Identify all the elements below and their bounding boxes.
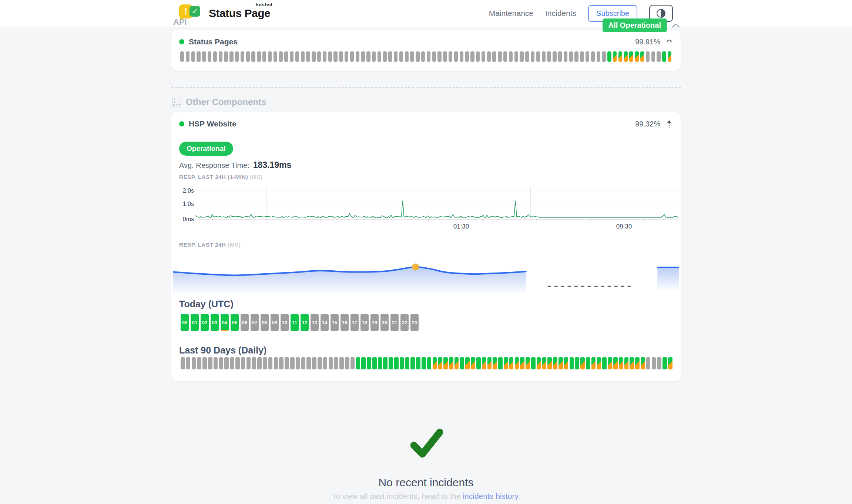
day-tick xyxy=(296,357,300,369)
status-summary: All Operational xyxy=(603,18,680,32)
y-axis-label: 1.0s xyxy=(179,201,194,207)
uptime-tick xyxy=(437,51,441,62)
day-tick xyxy=(460,357,464,369)
uptime-percent: 99.91% xyxy=(635,38,660,46)
uptime-tick xyxy=(432,51,436,62)
day-tick xyxy=(564,357,568,369)
uptime-tick xyxy=(602,51,606,62)
uptime-tick xyxy=(372,51,376,62)
day-tick xyxy=(547,357,552,369)
today-utc-title: Today (UTC) xyxy=(179,299,234,309)
hour-cell: 07 xyxy=(251,314,259,331)
uptime-tick xyxy=(470,51,474,62)
nav-incidents[interactable]: Incidents xyxy=(545,9,576,18)
status-page: ! ✓ Status Page hosted Maintenance Incid… xyxy=(0,0,852,504)
day-tick xyxy=(433,357,437,369)
chevron-up-icon[interactable] xyxy=(671,23,680,28)
day-tick xyxy=(602,357,607,369)
day-tick xyxy=(350,357,355,369)
day-tick xyxy=(378,357,382,369)
uptime-tick xyxy=(586,51,589,62)
day-tick xyxy=(372,357,377,369)
day-tick xyxy=(498,357,503,369)
day-tick xyxy=(279,357,284,369)
uptime-tick xyxy=(607,51,611,62)
uptime-tick xyxy=(498,51,502,62)
uptime-tick xyxy=(246,51,250,62)
uptime-tick xyxy=(492,51,496,62)
incidents-history-link[interactable]: incidents history xyxy=(463,492,518,500)
day-tick xyxy=(487,357,492,369)
day-tick xyxy=(652,357,656,369)
uptime-tick xyxy=(388,51,392,62)
uptime-tick xyxy=(306,51,310,62)
brand-logo[interactable]: ! ✓ Status Page hosted xyxy=(179,4,270,23)
day-tick xyxy=(559,357,563,369)
uptime-tick xyxy=(378,51,381,62)
day-tick xyxy=(520,357,524,369)
day-tick xyxy=(405,357,410,369)
uptime-tick xyxy=(186,51,189,62)
avg-response-value: 183.19ms xyxy=(253,160,292,170)
day-tick xyxy=(301,357,306,369)
uptime-tick xyxy=(657,51,660,62)
uptime-tick xyxy=(613,51,617,62)
hover-marker-dot xyxy=(412,263,419,270)
day-tick xyxy=(219,357,224,369)
day-tick xyxy=(531,357,536,369)
uptime-tick xyxy=(460,51,463,62)
uptime-tick xyxy=(449,51,452,62)
status-dot xyxy=(179,39,184,44)
trend-up-icon xyxy=(665,119,673,128)
nav-maintenance[interactable]: Maintenance xyxy=(489,9,533,18)
y-axis-label: 2.0s xyxy=(179,187,194,194)
hour-cell: 12 xyxy=(301,314,309,331)
component-name: HSP Website xyxy=(189,119,237,128)
day-tick xyxy=(181,357,185,369)
uptime-tick xyxy=(482,51,485,62)
day-tick xyxy=(482,357,486,369)
last-90-days-bar xyxy=(181,357,672,369)
day-tick xyxy=(476,357,481,369)
resp-24h-chart-label: RESP. LAST 24H (MS) xyxy=(179,241,241,248)
hour-cell: 10 xyxy=(281,314,289,331)
uptime-tick xyxy=(405,51,409,62)
day-tick xyxy=(306,357,311,369)
uptime-tick xyxy=(219,51,222,62)
uptime-tick xyxy=(574,51,578,62)
uptime-tick xyxy=(520,51,523,62)
refresh-icon[interactable] xyxy=(665,38,673,45)
day-tick xyxy=(241,357,245,369)
day-tick xyxy=(471,357,475,369)
day-tick xyxy=(449,357,453,369)
day-tick xyxy=(367,357,371,369)
day-tick xyxy=(263,357,267,369)
hour-cell: 23 xyxy=(410,314,419,331)
day-tick xyxy=(641,357,645,369)
uptime-tick xyxy=(339,51,343,62)
day-tick xyxy=(394,357,399,369)
uptime-tick xyxy=(191,51,195,62)
day-tick xyxy=(257,357,262,369)
uptime-tick xyxy=(328,51,332,62)
uptime-tick xyxy=(662,51,666,62)
uptime-tick xyxy=(525,51,529,62)
day-tick xyxy=(252,357,256,369)
uptime-tick xyxy=(394,51,398,62)
component-card-status-pages: Status Pages 99.91% xyxy=(171,30,681,71)
uptime-tick xyxy=(597,51,600,62)
brand-superscript: hosted xyxy=(256,2,273,7)
day-tick xyxy=(192,357,196,369)
day-tick xyxy=(416,357,420,369)
day-tick xyxy=(345,357,349,369)
uptime-tick xyxy=(312,51,315,62)
uptime-tick xyxy=(476,51,480,62)
other-components-title: Other Components xyxy=(186,97,266,107)
day-tick xyxy=(422,357,426,369)
day-tick xyxy=(356,357,360,369)
avg-response-label: Avg. Response Time: xyxy=(179,161,249,170)
uptime-tick xyxy=(465,51,469,62)
day-tick xyxy=(383,357,388,369)
day-tick xyxy=(575,357,579,369)
uptime-tick xyxy=(558,51,562,62)
